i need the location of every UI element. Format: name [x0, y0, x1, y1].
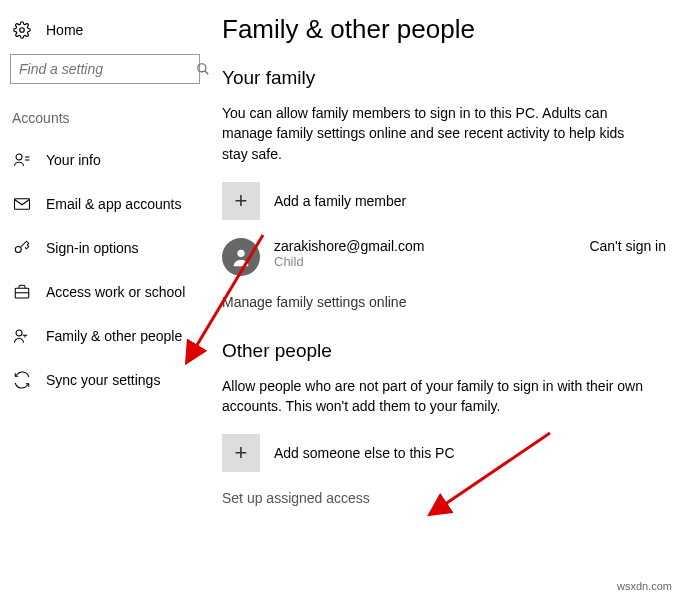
watermark: wsxdn.com: [617, 580, 672, 592]
svg-point-10: [16, 330, 22, 336]
search-icon: [196, 61, 210, 77]
add-other-label: Add someone else to this PC: [274, 445, 455, 461]
sidebar-item-work[interactable]: Access work or school: [8, 270, 204, 314]
search-input[interactable]: [10, 54, 200, 84]
family-title: Your family: [222, 67, 670, 89]
plus-icon: +: [222, 182, 260, 220]
setup-assigned-access-link[interactable]: Set up assigned access: [222, 490, 670, 506]
plus-icon: +: [222, 434, 260, 472]
add-other-user-button[interactable]: + Add someone else to this PC: [222, 434, 670, 472]
page-title: Family & other people: [222, 14, 670, 45]
svg-point-0: [20, 28, 25, 33]
family-user-row[interactable]: zarakishore@gmail.com Child Can't sign i…: [222, 238, 670, 276]
gear-icon: [12, 20, 32, 40]
user-role: Child: [274, 254, 424, 269]
svg-point-11: [237, 250, 244, 257]
sidebar-item-sync[interactable]: Sync your settings: [8, 358, 204, 402]
sync-icon: [12, 370, 32, 390]
home-label: Home: [46, 22, 83, 38]
nav-label: Your info: [46, 152, 101, 168]
user-status: Can't sign in: [589, 238, 670, 254]
other-description: Allow people who are not part of your fa…: [222, 376, 652, 417]
svg-point-3: [16, 154, 22, 160]
mail-icon: [12, 194, 32, 214]
search-field[interactable]: [19, 61, 196, 77]
home-button[interactable]: Home: [8, 18, 204, 54]
sidebar-item-family[interactable]: Family & other people: [8, 314, 204, 358]
sidebar-item-signin[interactable]: Sign-in options: [8, 226, 204, 270]
avatar-icon: [222, 238, 260, 276]
briefcase-icon: [12, 282, 32, 302]
nav-label: Family & other people: [46, 328, 182, 344]
other-title: Other people: [222, 340, 670, 362]
person-card-icon: [12, 150, 32, 170]
svg-line-2: [205, 71, 209, 75]
nav-label: Sync your settings: [46, 372, 160, 388]
svg-point-7: [15, 247, 21, 253]
nav-label: Email & app accounts: [46, 196, 181, 212]
add-family-label: Add a family member: [274, 193, 406, 209]
user-info: zarakishore@gmail.com Child: [274, 238, 424, 269]
manage-family-link[interactable]: Manage family settings online: [222, 294, 670, 310]
section-label: Accounts: [8, 110, 204, 138]
svg-point-1: [198, 64, 206, 72]
nav-label: Sign-in options: [46, 240, 139, 256]
key-icon: [12, 238, 32, 258]
user-email: zarakishore@gmail.com: [274, 238, 424, 254]
add-family-member-button[interactable]: + Add a family member: [222, 182, 670, 220]
sidebar-item-email[interactable]: Email & app accounts: [8, 182, 204, 226]
sidebar: Home Accounts Your info Email & app acco…: [0, 0, 210, 596]
people-icon: [12, 326, 32, 346]
nav-label: Access work or school: [46, 284, 185, 300]
sidebar-item-your-info[interactable]: Your info: [8, 138, 204, 182]
main-content: Family & other people Your family You ca…: [210, 0, 678, 596]
family-description: You can allow family members to sign in …: [222, 103, 652, 164]
svg-rect-6: [15, 199, 30, 210]
